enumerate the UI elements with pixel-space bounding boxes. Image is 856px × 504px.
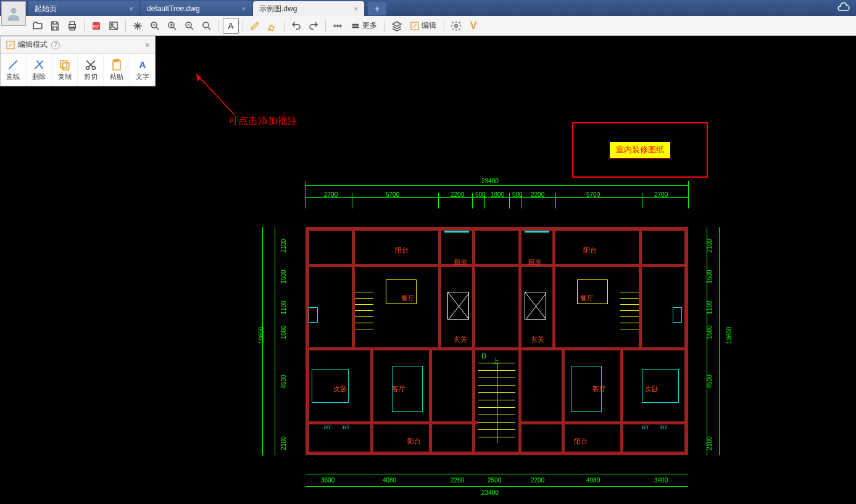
svg-line-24 <box>448 292 468 319</box>
toolbar-separator <box>444 20 444 32</box>
dim-line <box>707 227 707 455</box>
settings-button[interactable] <box>448 18 464 34</box>
export-image-button[interactable] <box>106 18 122 34</box>
stair-label-up: 上 <box>492 357 499 366</box>
measure-button[interactable] <box>330 18 346 34</box>
wall <box>305 347 688 350</box>
dim-line <box>305 486 688 487</box>
toolbar-separator <box>243 20 243 32</box>
dim-left-total: 10800 <box>258 327 265 344</box>
export-pdf-button[interactable]: PDF <box>88 18 104 34</box>
text-tool[interactable]: A 文字 <box>130 54 155 86</box>
dim-tick <box>472 193 473 209</box>
edit-tools-row: 直线 删除 复制 剪切 粘贴 A 文字 <box>1 54 155 86</box>
room-label-dining: 餐厅 <box>580 294 594 303</box>
tab-example-drawing[interactable]: 示例图.dwg × <box>253 1 364 16</box>
delete-tool[interactable]: 删除 <box>27 54 52 86</box>
pan-button[interactable] <box>130 18 146 34</box>
tab-strip: 起始页 × defaultTree.dwg × 示例图.dwg × + <box>28 0 386 16</box>
room-label-entrance: 玄关 <box>454 335 467 344</box>
copy-tool[interactable]: 复制 <box>52 54 78 86</box>
toolbar-separator <box>218 20 219 32</box>
close-icon[interactable]: × <box>145 40 150 50</box>
toolbar-separator <box>84 20 85 32</box>
zoom-extents-button[interactable] <box>199 18 215 34</box>
dim-tick <box>555 193 556 209</box>
tab-default-tree[interactable]: defaultTree.dwg × <box>141 1 252 16</box>
more-label: 更多 <box>362 20 377 31</box>
tool-label: 剪切 <box>84 72 98 81</box>
zoom-in-button[interactable] <box>164 18 180 34</box>
room-label-balcony: 阳台 <box>583 246 597 255</box>
save-button[interactable] <box>47 18 63 34</box>
user-avatar[interactable] <box>1 1 26 26</box>
dim-seg: 1100 <box>706 300 713 314</box>
svg-point-13 <box>455 24 458 27</box>
print-button[interactable] <box>64 18 80 34</box>
dim-tick <box>642 193 642 209</box>
dim-tick <box>305 181 306 209</box>
wall <box>305 227 688 231</box>
dim-seg: 5700 <box>586 191 600 198</box>
dim-seg: 2100 <box>706 239 713 252</box>
svg-rect-2 <box>70 22 75 25</box>
dim-seg: 2500 <box>488 477 501 484</box>
room-label-living: 客厅 <box>392 384 405 394</box>
cloud-icon[interactable] <box>836 2 850 15</box>
toolbar-separator <box>384 20 385 32</box>
tab-close-icon[interactable]: × <box>354 5 358 12</box>
window <box>444 231 469 233</box>
undo-button[interactable] <box>288 18 304 34</box>
help-icon[interactable]: ? <box>51 41 60 49</box>
tool-label: 文字 <box>136 72 149 81</box>
central-stairs <box>478 363 515 443</box>
dim-seg: 2100 <box>280 436 287 450</box>
dim-tick <box>521 193 522 209</box>
cut-tool[interactable]: 剪切 <box>78 54 104 86</box>
zoom-window-button[interactable] <box>147 18 163 34</box>
line-tool[interactable]: 直线 <box>1 54 27 86</box>
new-tab-button[interactable]: + <box>368 2 386 15</box>
layers-button[interactable] <box>389 18 405 34</box>
dim-line <box>305 474 688 474</box>
dim-seg: 2100 <box>706 436 713 450</box>
dim-seg: 4500 <box>280 374 287 388</box>
svg-text:PDF: PDF <box>93 25 100 28</box>
tab-label: 示例图.dwg <box>259 4 297 14</box>
dim-seg: 4500 <box>706 374 713 388</box>
dim-seg: 2100 <box>280 239 287 252</box>
tab-close-icon[interactable]: × <box>130 5 133 12</box>
redo-button[interactable] <box>305 18 322 34</box>
annotation-text-button[interactable]: A <box>223 18 239 34</box>
dim-seg: 2200 <box>531 477 544 484</box>
vip-button[interactable]: V <box>465 18 481 34</box>
wall <box>639 227 642 350</box>
svg-marker-23 <box>196 74 201 81</box>
room-label-balcony: 阳台 <box>574 437 588 446</box>
tab-start-page[interactable]: 起始页 × <box>28 1 139 16</box>
paste-tool[interactable]: 粘贴 <box>104 54 130 86</box>
room-label-bedroom: 次卧 <box>645 384 659 394</box>
svg-point-7 <box>111 23 113 25</box>
pencil-button[interactable] <box>247 18 263 34</box>
zoom-out-button[interactable] <box>181 18 197 34</box>
dim-seg: 4080 <box>383 477 396 484</box>
dim-seg: 1500 <box>706 325 713 339</box>
svg-line-26 <box>525 292 546 319</box>
elevator <box>525 292 546 320</box>
dim-line <box>275 227 275 455</box>
room-label-entrance: 玄关 <box>531 335 544 344</box>
tool-label: 复制 <box>58 72 72 81</box>
dim-seg: 2260 <box>451 477 464 484</box>
tab-close-icon[interactable]: × <box>242 5 246 12</box>
highlight-button[interactable] <box>264 18 280 34</box>
drawing-title-label: 室内装修图纸 <box>610 142 670 159</box>
edit-label: 编辑 <box>422 20 436 31</box>
open-button[interactable] <box>30 18 46 34</box>
rt-label: RT <box>660 424 668 431</box>
dim-tick <box>438 193 439 209</box>
drawing-canvas[interactable]: 可点击添加批注 室内装修图纸 23400 2700 5700 2200 500 … <box>0 36 856 504</box>
edit-mode-button[interactable]: 编辑 <box>406 18 440 34</box>
more-button[interactable]: 更多 <box>347 18 381 34</box>
dim-seg: 3600 <box>321 477 335 484</box>
